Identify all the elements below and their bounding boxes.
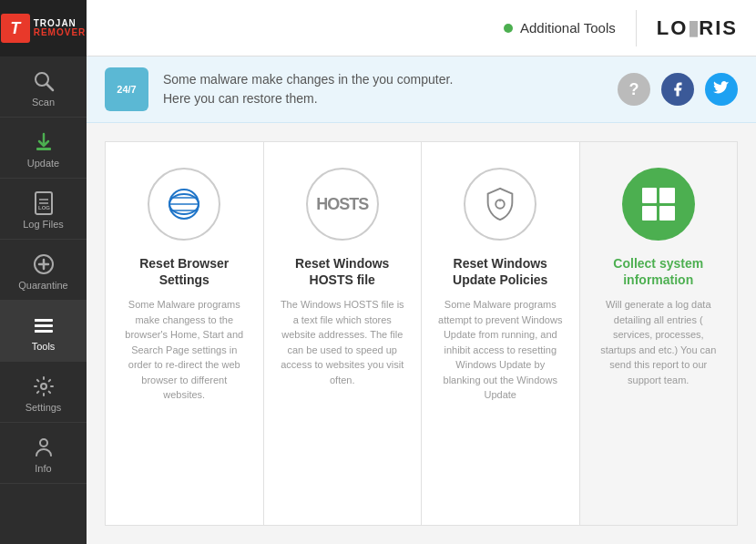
sidebar-item-update[interactable]: Update [0, 118, 87, 179]
windows-icon [642, 188, 675, 221]
hosts-icon-text: HOSTS [316, 195, 368, 214]
tool-reset-windows-update-desc: Some Malware programs attempt to prevent… [436, 297, 565, 403]
shield-icon-circle [464, 168, 536, 241]
support-icon: 24/7 [105, 67, 148, 111]
sidebar-item-settings-label: Settings [26, 402, 62, 413]
tool-reset-hosts-title: Reset WindowsHOSTS file [295, 255, 389, 288]
sidebar-item-tools[interactable]: Tools [0, 301, 87, 362]
tool-collect-system-title: Collect systeminformation [613, 255, 703, 288]
svg-point-16 [41, 384, 46, 389]
win-sq-2 [659, 188, 675, 203]
search-icon [32, 69, 56, 93]
hosts-icon-circle: HOSTS [306, 168, 379, 241]
logo-text: TROJAN REMOVER [34, 19, 87, 37]
logo-mark: T TROJAN REMOVER [1, 14, 87, 43]
svg-rect-14 [35, 324, 41, 327]
file-icon: LOG [32, 191, 56, 215]
tool-reset-hosts-desc: The Windows HOSTS file is a text file wh… [279, 297, 407, 387]
banner-actions: ? [618, 73, 738, 106]
quarantine-icon [32, 252, 56, 276]
support-icon-text: 24/7 [117, 84, 136, 95]
banner-line1: Some malware make changes in the you com… [163, 70, 603, 89]
twitter-button[interactable] [705, 73, 738, 106]
sidebar-item-log-files[interactable]: LOG Log Files [0, 179, 87, 240]
win-sq-1 [642, 188, 658, 203]
restore-banner: 24/7 Some malware make changes in the yo… [87, 56, 756, 123]
sidebar-item-settings[interactable]: Settings [0, 362, 87, 423]
banner-line2: Here you can restore them. [163, 89, 603, 108]
tool-reset-browser-desc: Some Malware programs make changess to t… [120, 297, 249, 403]
loaris-separator: ▮ [688, 16, 699, 40]
main-content: Additional Tools LO▮RIS 24/7 Some malwar… [87, 0, 756, 544]
additional-tools-badge: Additional Tools [504, 20, 616, 36]
sidebar-item-quarantine-label: Quarantine [18, 280, 67, 291]
sidebar-item-tools-label: Tools [32, 341, 56, 352]
logo-icon: T [1, 14, 30, 43]
loaris-logo: LO▮RIS [657, 16, 738, 40]
app-header: Additional Tools LO▮RIS [87, 0, 756, 56]
tool-reset-hosts[interactable]: HOSTS Reset WindowsHOSTS file The Window… [263, 141, 422, 526]
tools-grid: Reset BrowserSettings Some Malware progr… [87, 123, 756, 544]
win-sq-3 [642, 206, 658, 221]
tools-icon [32, 313, 56, 337]
sidebar: T TROJAN REMOVER Scan Update [0, 0, 87, 544]
sidebar-item-info-label: Info [35, 463, 51, 474]
svg-rect-13 [35, 319, 41, 322]
tool-collect-system[interactable]: Collect systeminformation Will generate … [579, 141, 739, 526]
browser-icon-circle [148, 168, 220, 241]
tool-reset-windows-update[interactable]: Reset WindowsUpdate Policies Some Malwar… [421, 141, 579, 526]
sidebar-logo: T TROJAN REMOVER [0, 0, 87, 56]
help-button[interactable]: ? [618, 73, 650, 106]
windows-icon-circle [622, 168, 695, 241]
tool-reset-windows-update-title: Reset WindowsUpdate Policies [453, 255, 547, 288]
additional-tools-label: Additional Tools [520, 20, 616, 36]
status-dot [504, 24, 513, 33]
svg-point-17 [40, 439, 47, 446]
tool-collect-system-desc: Will generate a log data detailing all e… [595, 297, 723, 387]
sidebar-item-quarantine[interactable]: Quarantine [0, 240, 87, 301]
loaris-aris: RIS [699, 16, 738, 40]
sidebar-item-update-label: Update [27, 158, 59, 169]
sidebar-item-scan-label: Scan [32, 97, 55, 108]
person-icon [32, 436, 56, 459]
facebook-button[interactable] [661, 73, 694, 106]
tool-reset-browser[interactable]: Reset BrowserSettings Some Malware progr… [105, 141, 263, 526]
header-divider [636, 10, 637, 46]
gear-icon [32, 375, 56, 398]
svg-rect-15 [35, 330, 41, 333]
win-sq-4 [659, 206, 675, 221]
svg-line-1 [46, 84, 53, 90]
banner-text-block: Some malware make changes in the you com… [163, 70, 603, 108]
sidebar-item-log-files-label: Log Files [23, 219, 64, 230]
shield-svg [481, 185, 519, 223]
svg-text:LOG: LOG [38, 205, 50, 210]
download-icon [32, 130, 56, 154]
tool-reset-browser-title: Reset BrowserSettings [139, 255, 229, 288]
logo-text-bottom: REMOVER [34, 28, 87, 37]
header-right: Additional Tools LO▮RIS [504, 10, 738, 46]
loaris-lo: LO [657, 16, 689, 40]
svg-rect-2 [36, 148, 51, 150]
sidebar-item-info[interactable]: Info [0, 423, 87, 484]
sidebar-item-scan[interactable]: Scan [0, 56, 87, 118]
